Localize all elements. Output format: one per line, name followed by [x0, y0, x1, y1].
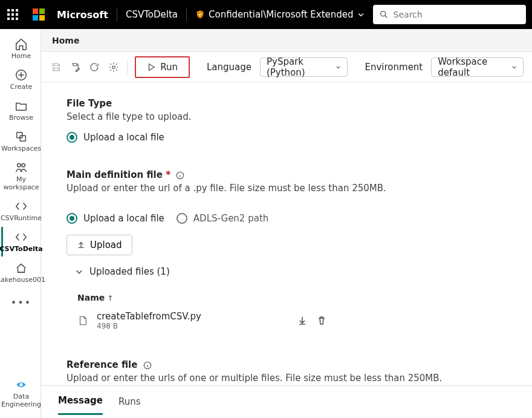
rail-my-workspace-label: My workspace	[3, 175, 40, 191]
environment-label: Environment	[365, 62, 423, 73]
svg-rect-2	[17, 132, 22, 138]
data-engineering-icon	[15, 378, 28, 391]
main-area: Home Run Language PySpark (Python) Envir…	[41, 29, 532, 418]
top-bar: Microsoft CSVToDelta Confidential\Micros…	[0, 0, 532, 29]
breadcrumb-home[interactable]: Home	[52, 36, 79, 45]
file-size: 498 B	[97, 322, 201, 330]
global-search[interactable]	[373, 5, 526, 24]
more-icon: •••	[11, 297, 31, 309]
shield-icon	[195, 10, 205, 19]
sort-asc-icon: ↑	[107, 294, 113, 302]
required-asterisk: *	[166, 169, 170, 180]
left-rail: Home Create Browse Workspaces My workspa…	[0, 29, 41, 418]
file-icon	[77, 315, 88, 326]
upload-button[interactable]: Upload	[66, 235, 132, 255]
rail-create[interactable]: Create	[1, 65, 40, 94]
folder-icon	[15, 99, 28, 113]
environment-dropdown[interactable]: Workspace default	[431, 57, 524, 77]
tab-message[interactable]: Message	[58, 389, 103, 415]
rail-more[interactable]: •••	[1, 293, 40, 312]
divider	[127, 60, 128, 74]
confidentiality-dropdown[interactable]: Confidential\Microsoft Extended	[195, 9, 365, 20]
language-value: PySpark (Python)	[267, 56, 319, 78]
refresh-button[interactable]	[88, 58, 101, 76]
file-name: createTablefromCSV.py	[97, 311, 201, 322]
radio-icon	[177, 213, 187, 224]
upload-icon	[77, 241, 85, 249]
bottom-tab-bar: Message Runs	[41, 385, 532, 418]
rail-home[interactable]: Home	[1, 34, 40, 64]
code-brackets-icon	[15, 200, 28, 213]
divider	[186, 8, 187, 21]
lakehouse-icon	[15, 261, 28, 275]
content-scroll[interactable]: File Type Select a file type to upload. …	[41, 82, 532, 385]
tab-runs[interactable]: Runs	[118, 390, 141, 414]
chevron-down-icon	[511, 63, 517, 71]
filetype-title: File Type	[66, 98, 532, 109]
rail-csvtodelta[interactable]: CSVToDelta	[1, 227, 40, 256]
svg-point-5	[22, 164, 25, 168]
environment-value: Workspace default	[438, 56, 494, 78]
download-icon[interactable]	[297, 316, 307, 325]
filetype-option-local[interactable]: Upload a local file	[66, 132, 532, 143]
col-name-header[interactable]: Name↑	[75, 289, 329, 306]
save-as-button[interactable]	[69, 58, 82, 76]
rail-csvruntime[interactable]: CSVRuntime	[1, 196, 40, 226]
microsoft-logo-icon	[33, 8, 45, 21]
file-row: createTablefromCSV.py 498 B	[75, 306, 329, 335]
uploaded-files-toggle[interactable]: Uploaded files (1)	[75, 266, 532, 277]
svg-point-0	[380, 11, 385, 16]
filetype-subtitle: Select a file type to upload.	[66, 111, 532, 122]
save-icon	[51, 62, 62, 73]
svg-point-7	[112, 65, 115, 68]
maindef-option-local-label: Upload a local file	[83, 213, 164, 224]
filetype-option-local-label: Upload a local file	[83, 132, 164, 143]
app-name[interactable]: CSVToDelta	[126, 9, 178, 20]
svg-point-4	[18, 164, 21, 168]
chevron-down-icon	[336, 63, 341, 71]
delete-icon[interactable]	[317, 316, 326, 325]
rail-csvruntime-label: CSVRuntime	[1, 214, 42, 222]
play-icon	[147, 63, 155, 71]
maindef-subtitle: Upload or enter the url of a .py file. F…	[66, 183, 532, 194]
chevron-down-icon	[357, 11, 365, 18]
maindef-option-adls[interactable]: ADLS-Gen2 path	[177, 213, 268, 224]
maindef-radio-group: Upload a local file ADLS-Gen2 path	[66, 203, 532, 224]
refresh-icon	[89, 62, 100, 73]
upload-button-label: Upload	[90, 240, 122, 250]
maindef-option-local[interactable]: Upload a local file	[66, 213, 164, 224]
reffile-title: Reference file	[66, 359, 532, 370]
info-icon[interactable]	[143, 361, 152, 370]
rail-workspaces[interactable]: Workspaces	[1, 126, 40, 156]
uploaded-files-table: Name↑ createTablefromCSV.py 498 B	[75, 289, 329, 335]
rail-my-workspace[interactable]: My workspace	[1, 157, 40, 195]
rail-lakehouse[interactable]: Lakehouse001	[1, 258, 40, 287]
home-icon	[15, 38, 28, 51]
plus-circle-icon	[15, 68, 28, 82]
app-launcher-icon[interactable]	[7, 9, 18, 20]
run-button[interactable]: Run	[135, 56, 190, 78]
rail-browse[interactable]: Browse	[1, 96, 40, 125]
maindef-title: Main definition file *	[66, 169, 532, 180]
code-brackets-icon	[15, 230, 28, 244]
save-edit-icon	[70, 62, 80, 73]
save-button[interactable]	[50, 58, 63, 76]
rail-home-label: Home	[11, 52, 31, 60]
search-input[interactable]	[394, 10, 520, 19]
rail-lakehouse-label: Lakehouse001	[0, 276, 45, 284]
chevron-down-icon	[75, 267, 83, 276]
svg-rect-3	[20, 136, 25, 141]
brand-text: Microsoft	[57, 9, 108, 21]
divider	[117, 8, 117, 21]
col-name-text: Name	[77, 293, 105, 302]
info-icon[interactable]	[176, 171, 184, 180]
people-icon	[15, 161, 28, 174]
rail-browse-label: Browse	[9, 114, 33, 122]
settings-button[interactable]	[107, 58, 120, 76]
language-dropdown[interactable]: PySpark (Python)	[260, 57, 348, 77]
language-label: Language	[207, 62, 251, 73]
breadcrumb: Home	[41, 29, 532, 52]
run-label: Run	[160, 62, 178, 73]
gear-icon	[108, 62, 119, 73]
rail-data-engineering[interactable]: Data Engineering	[1, 374, 40, 412]
